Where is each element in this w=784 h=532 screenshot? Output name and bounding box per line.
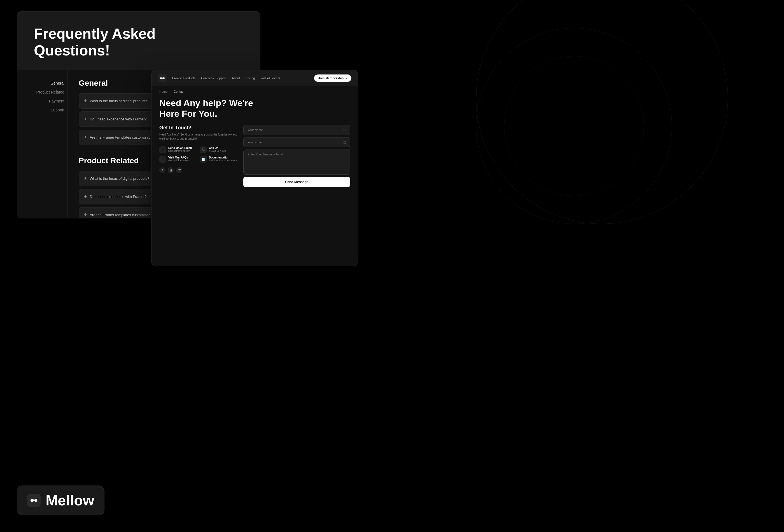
nav-about[interactable]: About xyxy=(232,77,240,80)
faq-item-text: What is the focus of digital products? xyxy=(90,99,149,103)
contact-description: Need Any Help? Send us a message using t… xyxy=(159,133,238,141)
name-placeholder: Your Name xyxy=(248,128,263,132)
contact-info-docs: 📄 Documentation Visit Our Documentation! xyxy=(200,156,238,163)
email-field[interactable]: Your Email ◻ xyxy=(243,137,350,147)
email-label: Send Us an Email xyxy=(168,146,197,149)
mellow-badge-text: Mellow xyxy=(46,492,94,509)
message-field[interactable]: Enter Your Message here! xyxy=(243,149,350,175)
svg-point-7 xyxy=(33,500,35,502)
twitter-icon[interactable]: tw xyxy=(176,167,182,173)
mellow-badge-logo xyxy=(27,494,40,507)
contact-info-email-text: Send Us an Email hello@frament.com xyxy=(168,146,197,152)
faq-plus-icon: + xyxy=(84,212,87,218)
contact-hero: Need Any help? We're Here For You. xyxy=(151,95,358,125)
contact-info-faqs-text: Visit Our FAQs Get Quick Answers! xyxy=(168,156,197,162)
contact-info-email: ✉ Send Us an Email hello@frament.com xyxy=(159,146,197,153)
contact-social: f ig tw xyxy=(159,167,238,173)
faq-item-text: Are the Framer templates customizable? xyxy=(90,135,156,139)
phone-icon: 📞 xyxy=(200,146,207,153)
faq-plus-icon: + xyxy=(84,116,87,122)
docs-value: Visit Our Documentation! xyxy=(209,159,238,162)
phone-label: Call Us! xyxy=(209,146,238,149)
faq-item[interactable]: + Are the Framer templates customizable? xyxy=(79,130,162,145)
sidebar-item-payment[interactable]: Payment xyxy=(23,96,67,106)
facebook-icon[interactable]: f xyxy=(159,167,166,173)
email-placeholder: Your Email xyxy=(248,141,262,144)
svg-point-2 xyxy=(162,78,163,79)
faq-item[interactable]: + Do I need experience with Framer? xyxy=(79,111,162,127)
faq-item[interactable]: + What is the focus of digital products? xyxy=(79,93,162,109)
breadcrumb-home[interactable]: Home xyxy=(159,90,167,93)
faq-plus-icon: + xyxy=(84,175,87,181)
contact-window: Browse Products Contact & Support About … xyxy=(151,70,358,266)
contact-body: Get In Touch! Need Any Help? Send us a m… xyxy=(151,125,358,266)
faqs-value: Get Quick Answers! xyxy=(168,159,197,162)
faq-sidebar: General Product Related Payment Support xyxy=(17,70,67,218)
docs-icon: 📄 xyxy=(200,156,207,163)
email-icon: ✉ xyxy=(159,146,166,153)
contact-info-faqs: ? Visit Our FAQs Get Quick Answers! xyxy=(159,156,197,163)
faq-plus-icon: + xyxy=(84,98,87,104)
nav-browse-products[interactable]: Browse Products xyxy=(172,77,195,80)
faq-plus-icon: + xyxy=(84,134,87,140)
faq-item-text: Do I need experience with Framer? xyxy=(90,195,147,199)
nav-links: Browse Products Contact & Support About … xyxy=(172,77,314,80)
nav-pricing[interactable]: Pricing xyxy=(246,77,255,80)
sidebar-item-product-related[interactable]: Product Related xyxy=(23,88,67,96)
nav-contact-support[interactable]: Contact & Support xyxy=(201,77,226,80)
faq-item-text: Do I need experience with Framer? xyxy=(90,117,147,121)
name-field[interactable]: Your Name ◻ xyxy=(243,125,350,135)
contact-info-grid: ✉ Send Us an Email hello@frament.com 📞 C… xyxy=(159,146,238,163)
breadcrumb-arrow: → xyxy=(169,90,172,93)
get-in-touch-title: Get In Touch! xyxy=(159,125,238,131)
contact-info-phone: 📞 Call Us! +1234 567 888 xyxy=(200,146,238,153)
faqs-icon: ? xyxy=(159,156,166,163)
svg-point-0 xyxy=(160,77,162,79)
breadcrumb: Home → Contact xyxy=(151,86,358,95)
message-placeholder: Enter Your Message here! xyxy=(248,152,283,156)
breadcrumb-current: Contact xyxy=(174,90,184,93)
contact-info-phone-text: Call Us! +1234 567 888 xyxy=(209,146,238,152)
faq-title: Frequently AskedQuestions! xyxy=(34,26,243,59)
faq-header: Frequently AskedQuestions! xyxy=(17,11,260,70)
docs-label: Documentation xyxy=(209,156,238,159)
sidebar-item-support[interactable]: Support xyxy=(23,106,67,114)
sidebar-item-general[interactable]: General xyxy=(23,79,67,88)
faq-item-text: What is the focus of digital products? xyxy=(90,176,149,180)
phone-value: +1234 567 888 xyxy=(209,149,238,152)
logo-icon xyxy=(160,76,165,81)
faq-plus-icon: + xyxy=(84,194,87,200)
contact-form: Your Name ◻ Your Email ◻ Enter Your Mess… xyxy=(243,125,350,264)
faq-item-text: Are the Framer templates customizable? xyxy=(90,213,156,217)
faqs-label: Visit Our FAQs xyxy=(168,156,197,159)
svg-point-1 xyxy=(163,77,165,79)
email-input-icon: ◻ xyxy=(343,140,346,144)
mellow-badge-logo-icon xyxy=(30,497,38,504)
send-message-button[interactable]: Send Message xyxy=(243,177,350,187)
nav-wall-of-love[interactable]: Wall of Love ♥ xyxy=(260,77,280,80)
contact-hero-title: Need Any help? We're Here For You. xyxy=(159,98,350,119)
nav-logo xyxy=(158,74,167,82)
name-input-icon: ◻ xyxy=(343,128,346,132)
contact-info-docs-text: Documentation Visit Our Documentation! xyxy=(209,156,238,162)
contact-nav: Browse Products Contact & Support About … xyxy=(151,70,358,86)
email-value: hello@frament.com xyxy=(168,149,197,152)
contact-left: Get In Touch! Need Any Help? Send us a m… xyxy=(159,125,238,264)
instagram-icon[interactable]: ig xyxy=(168,167,174,173)
mellow-badge: Mellow xyxy=(17,485,105,515)
join-membership-button[interactable]: Join Membership → xyxy=(314,75,352,82)
